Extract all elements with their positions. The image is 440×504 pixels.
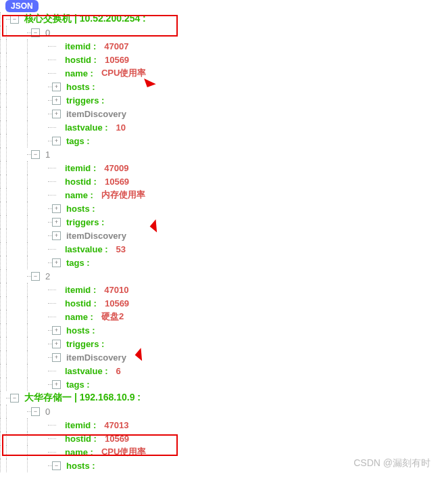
field-key: hostid : [65, 298, 97, 308]
field-key: itemid : [65, 285, 96, 295]
field-value: 10569 [105, 55, 129, 65]
item-index: 1 [45, 150, 50, 160]
collapse-icon[interactable]: − [31, 150, 40, 159]
host-title: 核心交换机 | 10.52.200.254 : [24, 13, 146, 25]
expand-icon[interactable]: + [52, 218, 61, 227]
field-key: hosts : [66, 204, 95, 214]
expand-icon[interactable]: + [52, 110, 61, 118]
field-key: name : [65, 312, 93, 322]
field-value: 47007 [104, 41, 128, 51]
field-value: 内存使用率 [101, 189, 145, 201]
collapse-icon[interactable]: − [31, 407, 40, 416]
field-key: triggers : [66, 217, 104, 227]
expand-icon[interactable]: + [52, 380, 61, 389]
field-value: 47010 [104, 285, 128, 295]
json-badge: JSON [5, 0, 39, 12]
item-index: 0 [45, 407, 50, 417]
field-key: lastvalue : [65, 122, 108, 133]
collapse-icon[interactable]: − [52, 461, 61, 470]
expand-icon[interactable]: + [52, 83, 61, 91]
collapse-icon[interactable]: − [31, 272, 40, 281]
field-key: tags : [66, 380, 90, 390]
tree-host-node: − 核心交换机 | 10.52.200.254 : − 0 itemid :47… [0, 12, 440, 391]
watermark: CSDN @漏刻有时 [353, 457, 431, 469]
field-key: lastvalue : [65, 244, 108, 254]
field-key: itemDiscovery [66, 109, 126, 119]
field-key: hostid : [65, 434, 97, 444]
field-key: name : [65, 68, 93, 78]
expand-icon[interactable]: + [52, 204, 61, 213]
expand-icon[interactable]: + [52, 326, 61, 335]
field-value: 47009 [104, 163, 128, 173]
field-key: tags : [66, 258, 90, 268]
field-key: itemDiscovery [66, 231, 126, 241]
field-value: 6 [116, 366, 121, 376]
field-value: 53 [116, 244, 126, 254]
field-value: 10569 [105, 177, 129, 187]
field-value: 10569 [105, 434, 129, 444]
field-key: hosts : [66, 325, 95, 336]
expand-icon[interactable]: + [52, 258, 61, 267]
field-value: CPU使用率 [101, 446, 146, 458]
expand-icon[interactable]: + [52, 137, 61, 145]
field-value: 47013 [104, 420, 128, 430]
json-tree: − 核心交换机 | 10.52.200.254 : − 0 itemid :47… [0, 0, 440, 472]
field-key: itemid : [65, 420, 96, 430]
collapse-icon[interactable]: − [31, 28, 40, 37]
host-title: 大华存储一 | 192.168.10.9 : [24, 392, 141, 404]
collapse-icon[interactable]: − [10, 15, 19, 24]
field-key: lastvalue : [65, 366, 108, 376]
field-key: hosts : [66, 82, 95, 92]
field-value: 10569 [105, 298, 129, 308]
field-value: 10 [116, 122, 126, 133]
field-key: hostid : [65, 177, 97, 187]
field-key: itemDiscovery [66, 352, 126, 363]
expand-icon[interactable]: + [52, 340, 61, 348]
field-value: CPU使用率 [101, 67, 146, 79]
field-key: itemid : [65, 163, 96, 173]
expand-icon[interactable]: + [52, 231, 61, 240]
item-index: 0 [45, 28, 50, 38]
field-value: 硬盘2 [101, 311, 124, 323]
field-key: triggers : [66, 95, 104, 106]
field-key: hostid : [65, 55, 97, 65]
item-index: 2 [45, 271, 50, 281]
field-key: hosts : [66, 461, 95, 471]
expand-icon[interactable]: + [52, 96, 61, 105]
field-key: tags : [66, 136, 90, 146]
field-key: triggers : [66, 339, 104, 349]
collapse-icon[interactable]: − [10, 394, 19, 403]
field-key: name : [65, 190, 93, 200]
field-key: name : [65, 447, 93, 457]
field-key: itemid : [65, 41, 96, 51]
expand-icon[interactable]: + [52, 353, 61, 362]
